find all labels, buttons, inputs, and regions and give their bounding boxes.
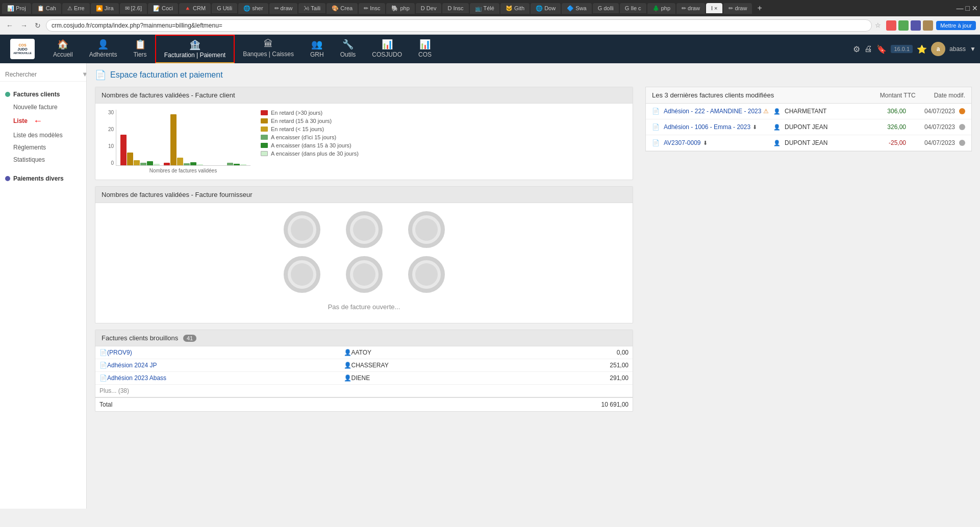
browser-tabs[interactable]: 📊 Proj 📋 Cah ⚠ Erre 🔼 Jira ✉ [2.6] 📝 Coc…: [0, 0, 980, 16]
invoice-doc-icon-2: 📄: [652, 123, 660, 131]
tab-utili[interactable]: G Utili: [212, 3, 237, 13]
person-icon-r3: 👤: [773, 140, 781, 146]
tab-dow[interactable]: 🌐 Dow: [531, 3, 561, 14]
tab-draw3[interactable]: ✏ draw: [723, 3, 752, 14]
refresh-btn[interactable]: ↻: [33, 20, 43, 31]
bar-2-3: [177, 158, 183, 165]
tab-draw[interactable]: ✏ draw: [269, 3, 298, 14]
invoice-client-3: DUPONT JEAN: [785, 139, 866, 146]
person-icon-2: 👤: [344, 362, 351, 369]
print-icon[interactable]: 🖨: [864, 44, 872, 54]
tab-swa[interactable]: 🔷 Swa: [562, 3, 591, 14]
tab-active[interactable]: I ×: [706, 3, 723, 13]
search-dropdown-icon[interactable]: ▼: [82, 70, 87, 78]
chart-fournisseur-card: Nombres de factures validées - Facture f…: [95, 186, 633, 323]
star-icon[interactable]: ⭐: [917, 44, 927, 54]
invoice-date-3: 04/07/2023: [914, 139, 955, 146]
new-tab-btn[interactable]: +: [753, 2, 766, 15]
legend-color-2: [261, 118, 268, 123]
tab-gith[interactable]: 🐱 Gith: [500, 3, 530, 14]
nav-facturation[interactable]: 🏦 Facturation | Paiement: [155, 35, 235, 63]
ext-icon-3: [911, 20, 921, 31]
close-btn[interactable]: ✕: [972, 4, 978, 12]
settings-icon[interactable]: ⚙: [853, 44, 860, 54]
bookmark-icon: ☆: [875, 21, 881, 29]
forward-btn[interactable]: →: [18, 20, 30, 31]
total-row: Total 10 691,00: [95, 397, 633, 411]
brouillon-row-2[interactable]: 📄 Adhésion 2024 JP 👤 CHASSERAY 251,00: [95, 359, 633, 372]
tab-insc2[interactable]: D Insc: [442, 3, 468, 13]
tab-erre[interactable]: ⚠ Erre: [62, 3, 90, 14]
col-montant-header: Montant TTC: [880, 92, 916, 99]
home-icon: 🏠: [57, 39, 68, 50]
person-icon-r1: 👤: [773, 108, 781, 115]
placeholder-circle-4: [284, 256, 320, 293]
invoice-row-1[interactable]: 📄 Adhésion - 222 - AMANDINE - 2023 ⚠ 👤 C…: [646, 104, 971, 119]
sidebar-item-statistiques[interactable]: Statistiques: [0, 154, 86, 166]
tab-dev[interactable]: D Dev: [416, 3, 442, 13]
tab-proj[interactable]: 📊 Proj: [2, 3, 31, 14]
user-dropdown-icon[interactable]: ▼: [970, 45, 976, 53]
restore-btn[interactable]: □: [966, 4, 970, 12]
nav-cos[interactable]: 📊 COS: [410, 35, 440, 63]
tab-crm[interactable]: 🔺 CRM: [179, 3, 211, 14]
nav-tiers[interactable]: 📋 Tiers: [125, 35, 155, 63]
tab-ile[interactable]: G Ile c: [620, 3, 646, 13]
nav-cosjudo[interactable]: 📊 COSJUDO: [364, 35, 410, 63]
y-label-0: 0: [102, 160, 114, 166]
tab-tele[interactable]: 📺 Télé: [470, 3, 499, 14]
person-icon-1: 👤: [344, 349, 351, 356]
plus-more[interactable]: Plus... (38): [95, 385, 633, 397]
placeholder-row-1: [284, 211, 445, 248]
sidebar-item-nouvelle-facture[interactable]: Nouvelle facture: [0, 101, 86, 113]
back-btn[interactable]: ←: [4, 20, 15, 31]
url-bar[interactable]: [46, 19, 872, 32]
update-button[interactable]: Mettre à jour: [936, 21, 976, 30]
bar-3-4: [227, 163, 233, 165]
bar-group-3: [207, 163, 246, 165]
tab-coci[interactable]: 📝 Coci: [148, 3, 178, 14]
tab-php2[interactable]: 🌲 php: [647, 3, 675, 14]
invoice-amount-2: 326,00: [870, 123, 906, 131]
brouillon-row-3[interactable]: 📄 Adhésion 2023 Abass 👤 DIENE 291,00: [95, 372, 633, 385]
bar-2-4: [184, 163, 190, 165]
placeholder-circle-1: [284, 211, 320, 248]
grh-icon: 👥: [311, 39, 322, 50]
tab-sher[interactable]: 🌐 sher: [238, 3, 268, 14]
sidebar-item-liste[interactable]: Liste ←: [0, 113, 86, 129]
bookmark-nav-icon[interactable]: 🔖: [876, 44, 887, 54]
sidebar-item-liste-modeles[interactable]: Liste des modèles: [0, 129, 86, 141]
bar-group-2: [164, 114, 203, 165]
tab-draw2[interactable]: ✏ draw: [676, 3, 705, 14]
chart-client-card: Nombres de factures validées - Facture c…: [95, 87, 633, 180]
tab-dolli[interactable]: G dolli: [593, 3, 619, 13]
brouillon-row-1[interactable]: 📄 (PROV9) 👤 AATOY 0,00: [95, 346, 633, 359]
tab-mail[interactable]: ✉ [2.6]: [120, 3, 147, 14]
tab-cah[interactable]: 📋 Cah: [32, 3, 61, 14]
right-column: Les 3 dernières factures clients modifié…: [639, 87, 972, 418]
bar-3-6: [240, 164, 246, 165]
chart-client-title: Nombres de factures validées - Facture c…: [102, 91, 235, 99]
sidebar-item-reglements[interactable]: Règlements: [0, 141, 86, 154]
legend-item-3: En retard (< 15 jours): [261, 126, 359, 132]
status-dot-3: [959, 140, 965, 146]
nav-accueil-label: Accueil: [53, 51, 73, 58]
invoice-doc-icon-3: 📄: [652, 139, 660, 146]
nav-grh-label: GRH: [310, 51, 324, 58]
sidebar-section-title-paiements: Paiements divers: [0, 172, 86, 185]
tab-php[interactable]: 🐘 php: [386, 3, 414, 14]
nav-banques[interactable]: 🏛 Banques | Caisses: [235, 35, 302, 63]
invoice-row-3[interactable]: 📄 AV2307-0009 ⬇ 👤 DUPONT JEAN -25,00 04/…: [646, 135, 971, 151]
sidebar-search-input[interactable]: [5, 71, 82, 78]
nav-adherents[interactable]: 👤 Adhérents: [81, 35, 125, 63]
tab-crea[interactable]: 🎨 Crea: [326, 3, 358, 14]
bar-group-1: [120, 135, 160, 165]
tab-taili[interactable]: 🌬 Taili: [298, 3, 325, 13]
tab-jira[interactable]: 🔼 Jira: [91, 3, 119, 14]
minimize-btn[interactable]: —: [957, 4, 964, 12]
nav-outils[interactable]: 🔧 Outils: [332, 35, 364, 63]
tab-insc[interactable]: ✏ Insc: [359, 3, 385, 14]
nav-accueil[interactable]: 🏠 Accueil: [45, 35, 81, 63]
nav-grh[interactable]: 👥 GRH: [302, 35, 332, 63]
invoice-row-2[interactable]: 📄 Adhésion - 1006 - Emma - 2023 ⬇ 👤 DUPO…: [646, 119, 971, 135]
